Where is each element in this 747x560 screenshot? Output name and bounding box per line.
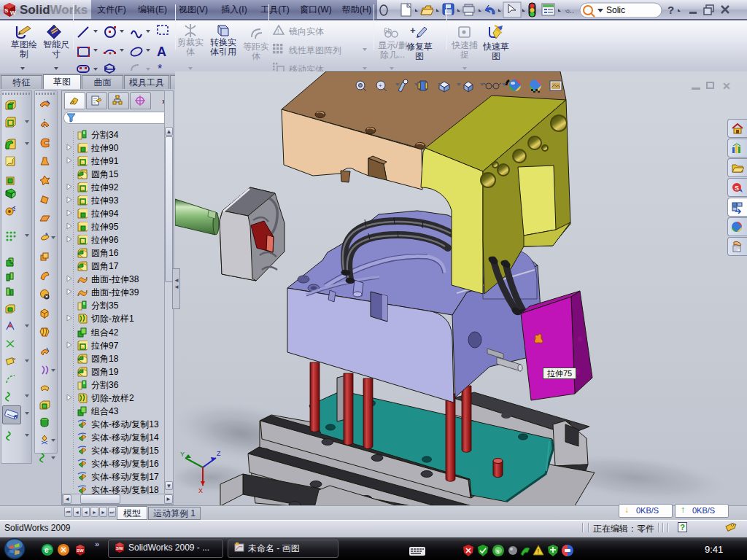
svg-text:!: ! (277, 28, 279, 35)
svg-text:+: + (379, 82, 382, 89)
svg-text:S: S (735, 184, 739, 192)
svg-text:Z: Z (217, 450, 221, 457)
svg-text:৩..: ৩.. (565, 6, 574, 15)
svg-text:s: s (496, 548, 500, 555)
svg-text:Y: Y (180, 451, 185, 458)
svg-text:SW: SW (116, 546, 123, 551)
svg-text:X: X (198, 487, 203, 494)
svg-text:A: A (157, 44, 166, 59)
svg-text:!: ! (538, 548, 540, 555)
svg-text:Solic: Solic (606, 5, 625, 15)
svg-text:+: + (410, 25, 416, 36)
svg-text:*: * (158, 63, 162, 74)
svg-text:SW: SW (77, 548, 84, 553)
svg-text:e: e (44, 546, 49, 554)
svg-text:W: W (10, 9, 16, 16)
svg-text:?: ? (667, 4, 674, 16)
svg-text:S: S (4, 7, 9, 14)
